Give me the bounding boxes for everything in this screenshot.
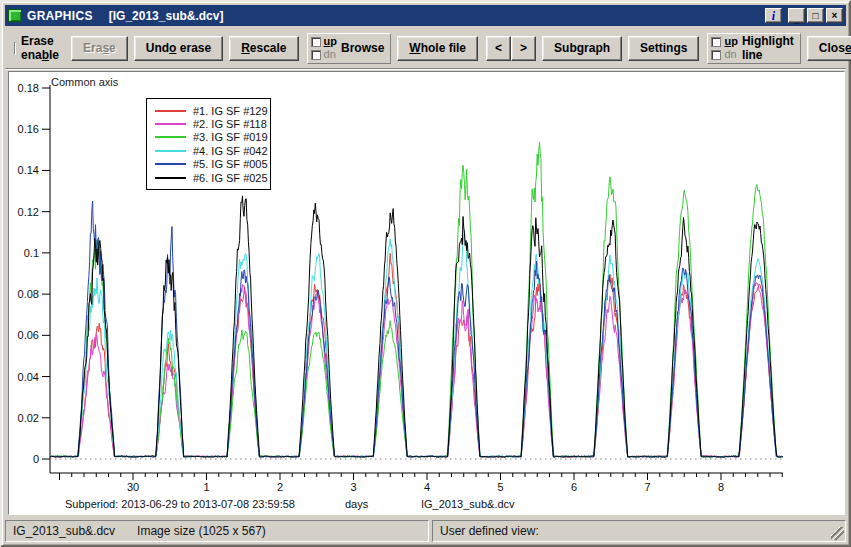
maximize-icon: □ — [812, 11, 818, 21]
chart-legend: #1. IG SF #129 #2. IG SF #118 #3. IG SF … — [146, 98, 271, 190]
step-back-button[interactable]: < — [486, 36, 511, 61]
close-icon: × — [832, 11, 838, 21]
series-2-swatch — [155, 123, 186, 125]
chart-title: Common axis — [51, 76, 118, 88]
svg-text:0.12: 0.12 — [18, 206, 39, 218]
highlight-dn-checkbox[interactable] — [711, 50, 721, 60]
status-file-name: IG_2013_sub&.dcv — [13, 524, 115, 538]
legend-item: #5. IG SF #005 — [155, 158, 263, 171]
svg-text:0.18: 0.18 — [18, 82, 39, 94]
whole-file-button[interactable]: Whole file — [397, 36, 478, 61]
browse-label: Browse — [341, 41, 384, 55]
title-bar[interactable]: GRAPHICS [IG_2013_sub&.dcv] i _ □ × — [5, 5, 846, 26]
series-6-swatch — [155, 177, 186, 179]
info-icon: i — [772, 10, 775, 22]
toolbar: Erase enable Erase Undo erase Rescale up… — [5, 28, 846, 69]
svg-text:30: 30 — [127, 481, 139, 493]
svg-text:5: 5 — [497, 481, 503, 493]
browse-group: up dn Browse — [307, 33, 392, 64]
close-button[interactable]: Close — [807, 36, 851, 61]
app-title: GRAPHICS — [27, 9, 93, 23]
status-bar: IG_2013_sub&.dcv Image size (1025 x 567)… — [5, 520, 846, 542]
chart-svg[interactable]: 00.020.040.060.080.10.120.140.160.183012… — [9, 72, 844, 514]
browse-up-checkbox[interactable] — [311, 37, 321, 47]
status-panel-view: User defined view: — [432, 520, 846, 542]
series-5-swatch — [155, 163, 186, 165]
legend-item: #1. IG SF #129 — [155, 104, 263, 117]
app-window: GRAPHICS [IG_2013_sub&.dcv] i _ □ × Eras… — [0, 0, 851, 547]
x-axis-unit-label: days — [345, 498, 368, 510]
document-title: [IG_2013_sub&.dcv] — [109, 9, 224, 23]
erase-enable-label: Erase enable — [21, 34, 59, 62]
browse-up-label: up — [324, 36, 337, 47]
series-4-swatch — [155, 150, 186, 152]
chart-panel: 00.020.040.060.080.10.120.140.160.183012… — [8, 71, 845, 515]
minimize-icon: _ — [794, 14, 800, 24]
legend-item: #4. IG SF #042 — [155, 144, 263, 157]
svg-text:0.1: 0.1 — [24, 247, 39, 259]
legend-item: #3. IG SF #019 — [155, 131, 263, 144]
svg-text:6: 6 — [571, 481, 577, 493]
svg-text:0.06: 0.06 — [18, 329, 39, 341]
subperiod-label: Subperiod: 2013-06-29 to 2013-07-08 23:5… — [65, 498, 295, 510]
series-3-swatch — [155, 136, 186, 138]
rescale-button[interactable]: Rescale — [229, 36, 298, 61]
svg-text:0.16: 0.16 — [18, 123, 39, 135]
erase-button[interactable]: Erase — [71, 36, 128, 61]
highlight-dn-label: dn — [724, 49, 736, 60]
legend-item: #6. IG SF #025 — [155, 171, 263, 184]
status-panel-file: IG_2013_sub&.dcv Image size (1025 x 567) — [5, 520, 429, 542]
svg-text:8: 8 — [718, 481, 724, 493]
app-icon — [8, 9, 22, 22]
svg-text:7: 7 — [644, 481, 650, 493]
svg-text:0.08: 0.08 — [18, 288, 39, 300]
step-buttons: < > — [486, 36, 536, 61]
svg-text:0.04: 0.04 — [18, 371, 39, 383]
legend-item: #2. IG SF #118 — [155, 117, 263, 130]
svg-text:1: 1 — [203, 481, 209, 493]
highlight-line-group: up dn Highlight line — [707, 33, 800, 64]
status-image-size: Image size (1025 x 567) — [137, 524, 266, 538]
minimize-button[interactable]: _ — [788, 8, 805, 23]
info-button[interactable]: i — [765, 8, 782, 23]
svg-text:3: 3 — [350, 481, 356, 493]
highlight-up-label: up — [724, 36, 737, 47]
undo-erase-button[interactable]: Undo erase — [134, 36, 223, 61]
svg-text:0.02: 0.02 — [18, 412, 39, 424]
maximize-button[interactable]: □ — [807, 8, 824, 23]
subgraph-button[interactable]: Subgraph — [542, 36, 622, 61]
browse-dn-checkbox[interactable] — [311, 50, 321, 60]
svg-text:2: 2 — [277, 481, 283, 493]
highlight-up-checkbox[interactable] — [711, 37, 721, 47]
highlight-line-label: Highlight line — [742, 34, 794, 62]
svg-text:4: 4 — [424, 481, 430, 493]
chart-file-label: IG_2013_sub&.dcv — [421, 498, 515, 510]
close-window-button[interactable]: × — [826, 8, 843, 23]
browse-dn-label: dn — [324, 49, 336, 60]
step-forward-button[interactable]: > — [511, 36, 536, 61]
settings-button[interactable]: Settings — [628, 36, 699, 61]
resize-grip[interactable] — [831, 527, 844, 540]
erase-enable-checkbox[interactable] — [14, 42, 16, 55]
status-view-label: User defined view: — [440, 524, 539, 538]
svg-text:0: 0 — [33, 453, 39, 465]
series-1-swatch — [155, 110, 186, 112]
svg-text:0.14: 0.14 — [18, 164, 39, 176]
